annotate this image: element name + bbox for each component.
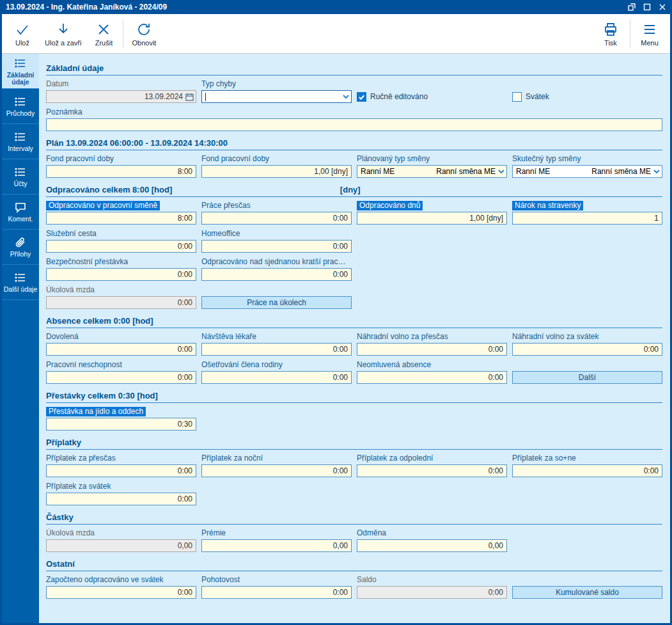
neomluvena-absence-field[interactable] xyxy=(357,371,507,384)
poznamka-field[interactable] xyxy=(46,118,662,131)
odpracovano-smene-field[interactable] xyxy=(46,212,196,225)
prestavka-jidlo-label: Přestávka na jídlo a oddech xyxy=(46,407,146,416)
castky-ukolova-mzda-field[interactable] xyxy=(46,539,196,552)
kumulovane-saldo-button[interactable]: Kumulované saldo xyxy=(512,586,662,599)
sidebar-item-komentare[interactable]: Koment. xyxy=(2,194,39,230)
priplatek-nocni-field[interactable] xyxy=(201,464,352,477)
prestavka-jidlo-field[interactable] xyxy=(46,418,196,431)
priplatek-svatek-field[interactable] xyxy=(46,493,196,505)
dovolena-field[interactable] xyxy=(46,343,196,356)
plan-smena-name: Ranní směna ME xyxy=(436,167,496,176)
priplatek-prescas-field[interactable] xyxy=(46,464,196,477)
menu-label: Menu xyxy=(641,39,659,47)
nahradni-volno-prescas-field[interactable] xyxy=(357,343,507,356)
pohotovost-label: Pohotovost xyxy=(201,575,352,585)
pracovni-neschopnost-field[interactable] xyxy=(46,371,196,384)
odpracovano-nad-field[interactable] xyxy=(201,268,352,281)
refresh-button[interactable]: Obnovit xyxy=(126,15,162,52)
priplatek-svatek-label: Příplatek za svátek xyxy=(46,482,196,491)
osetrovani-field[interactable] xyxy=(201,371,352,384)
sidebar: Základní údaje Průchody Intervaly Účty K… xyxy=(2,54,39,623)
hamburger-icon xyxy=(642,22,657,37)
section-heading-ostatni: Ostatní xyxy=(46,558,662,571)
navsteva-lekare-field[interactable] xyxy=(201,343,352,356)
priplatek-nocni-label: Příplatek za noční xyxy=(201,454,352,463)
osetrovani-label: Ošetřování člena rodiny xyxy=(201,360,352,370)
priplatek-odpoledni-field[interactable] xyxy=(357,464,507,477)
sidebar-item-label: Účty xyxy=(14,180,27,187)
check-icon xyxy=(358,93,365,100)
section-heading-absence: Absence celkem 0:00 [hod] xyxy=(46,315,662,328)
x-icon xyxy=(96,22,111,37)
form-content: Základní údaje Datum 13.09.2024 Typ chyb… xyxy=(39,54,670,623)
save-button[interactable]: Ulož xyxy=(6,15,39,52)
narok-stravenky-field[interactable] xyxy=(512,212,662,225)
print-button[interactable]: Tisk xyxy=(594,15,627,52)
sidebar-item-label: Přílohy xyxy=(10,251,31,258)
sidebar-item-pruchody[interactable]: Průchody xyxy=(2,89,39,124)
sidebar-item-intervaly[interactable]: Intervaly xyxy=(2,124,39,159)
zapocteno-svatek-label: Započteno odpracováno ve svátek xyxy=(46,575,196,585)
section-heading-plan: Plán 13.09.2024 06:00:00 - 13.09.2024 14… xyxy=(46,137,662,150)
dovolena-label: Dovolená xyxy=(46,332,196,342)
fond-pracovni-doby-field[interactable] xyxy=(46,165,196,178)
svatek-checkbox[interactable] xyxy=(512,92,522,102)
rucne-editovano-label: Ručně editováno xyxy=(370,92,428,101)
list-icon xyxy=(14,166,27,178)
datum-value: 13.09.2024 xyxy=(145,92,183,101)
pracovni-neschopnost-label: Pracovní neschopnost xyxy=(46,360,196,370)
section-heading-prestavky: Přestávky celkem 0:30 [hod] xyxy=(46,390,662,403)
pohotovost-field[interactable] xyxy=(201,586,352,599)
planovany-typ-smeny-combo[interactable]: Ranní ME Ranní směna ME xyxy=(357,165,507,178)
premie-field[interactable] xyxy=(201,539,352,552)
priplatek-so-ne-field[interactable] xyxy=(512,464,662,477)
odmena-field[interactable] xyxy=(357,539,507,552)
zapocteno-svatek-field[interactable] xyxy=(46,586,196,599)
typ-chyby-label: Typ chyby xyxy=(201,79,352,89)
nahradni-volno-svatek-field[interactable] xyxy=(512,343,662,356)
datum-label: Datum xyxy=(46,79,196,89)
homeoffice-field[interactable] xyxy=(201,240,352,253)
menu-button[interactable]: Menu xyxy=(633,15,666,52)
sidebar-item-label: Průchody xyxy=(6,110,35,117)
odpracovano-dnu-field[interactable] xyxy=(357,212,507,225)
toolbar: Ulož Ulož a zavři Zrušit Obnovit Tisk Me… xyxy=(2,14,670,54)
popout-button[interactable] xyxy=(624,1,639,13)
sidebar-item-prilohy[interactable]: Přílohy xyxy=(2,230,39,265)
maximize-button[interactable] xyxy=(639,1,655,13)
rucne-editovano-checkbox[interactable] xyxy=(357,92,366,102)
priplatek-odpoledni-label: Příplatek za odpolední xyxy=(357,454,507,463)
sidebar-item-ucty[interactable]: Účty xyxy=(2,159,39,194)
close-icon xyxy=(659,3,666,11)
sluzebni-cesta-field[interactable] xyxy=(46,240,196,253)
sidebar-item-label: Základní údaje xyxy=(3,72,38,86)
poznamka-label: Poznámka xyxy=(46,107,662,117)
typ-chyby-combo[interactable] xyxy=(201,90,352,103)
planovany-typ-smeny-label: Plánovaný typ směny xyxy=(357,154,507,164)
svatek-label: Svátek xyxy=(526,92,549,101)
prace-na-ukolech-button[interactable]: Práce na úkolech xyxy=(201,296,352,309)
list-icon xyxy=(14,131,27,143)
priplatek-prescas-label: Příplatek za přesčas xyxy=(46,454,196,463)
list-icon xyxy=(14,271,27,284)
ukolova-mzda-field[interactable] xyxy=(46,296,196,309)
bezpecnostni-prestavka-field[interactable] xyxy=(46,268,196,281)
sidebar-item-zakladni-udaje[interactable]: Základní údaje xyxy=(2,54,39,89)
prace-prescas-field[interactable] xyxy=(201,212,352,225)
save-close-label: Ulož a zavři xyxy=(45,39,81,47)
window-title: 13.09.2024 - Ing. Kateřina Janíková - 20… xyxy=(6,3,167,12)
close-button[interactable] xyxy=(655,1,670,13)
sidebar-item-label: Další údaje xyxy=(4,286,38,293)
save-close-button[interactable]: Ulož a zavři xyxy=(39,15,87,52)
dalsi-button[interactable]: Další xyxy=(512,371,662,384)
fond-pracovni-doby-dny-field[interactable] xyxy=(201,165,352,178)
sidebar-item-dalsi-udaje[interactable]: Další údaje xyxy=(2,265,39,300)
datum-field[interactable]: 13.09.2024 xyxy=(46,90,196,103)
cancel-button[interactable]: Zrušit xyxy=(87,15,120,52)
save-label: Ulož xyxy=(15,39,29,47)
skutecny-typ-smeny-combo[interactable]: Ranní ME Ranní směna ME xyxy=(512,165,662,178)
toolbar-divider xyxy=(630,19,630,48)
refresh-label: Obnovit xyxy=(132,39,156,47)
arrow-down-icon xyxy=(56,22,71,37)
saldo-field[interactable] xyxy=(357,586,507,599)
